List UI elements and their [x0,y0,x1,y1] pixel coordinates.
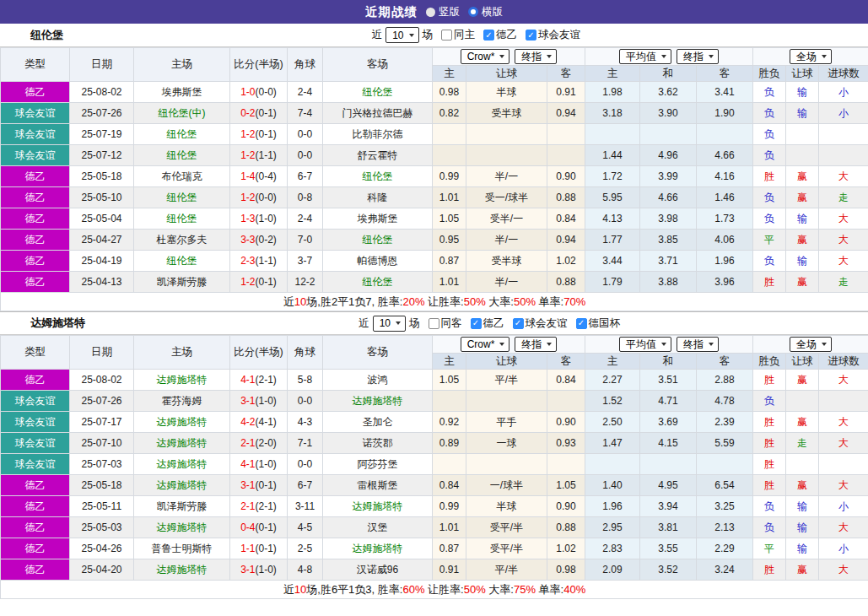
same-venue-checkbox-label: 同客 [441,316,462,331]
filter-games-label: 场 [409,316,420,331]
near-count-select-value: 10 [392,30,403,41]
checkbox-checked-icon[interactable] [526,30,536,41]
checkbox-checked-icon[interactable] [471,318,482,329]
result-goals: 大 [819,166,868,187]
summary-stat-label: 大率: [486,295,514,308]
crow-home-odds: 0.98 [433,82,466,103]
competition-filter-checkbox[interactable]: 球会友谊 [508,316,568,331]
matches-body: 德乙25-08-02埃弗斯堡1-0(0-0)2-4纽伦堡0.98半球0.911.… [1,82,868,293]
avg-away-odds: 2.13 [697,517,753,538]
checkbox-checked-icon[interactable] [576,318,587,329]
match-row: 德乙25-04-19纽伦堡2-3(1-1)3-7帕德博恩0.87受半球1.023… [1,251,868,272]
checkbox-checked-icon[interactable] [483,30,494,41]
fulltime-score: 1-2 [240,128,255,140]
team-name: 达姆施塔特 [30,316,85,331]
match-row: 德乙25-05-03达姆施塔特0-4(0-1)4-5汉堡1.01受平/半0.88… [1,517,868,538]
handicap-line [466,124,547,145]
sub-col: 胜负 [753,354,786,370]
halftime-score: (1-1) [256,255,277,267]
result-goals: 大 [819,559,868,581]
corners-cell: 3-11 [288,496,323,517]
checkbox-checked-icon[interactable] [513,318,524,329]
competition-filter-checkbox[interactable]: 球会友谊 [520,28,580,42]
corners-cell: 0-0 [288,124,323,145]
halftime-score: (4-1) [256,416,277,428]
average-select-cell: 平均值终指 [585,48,753,66]
result-wdl: 负 [753,391,786,412]
odds-stage-select[interactable]: 终指 [515,337,557,352]
result-handicap: 赢 [786,272,819,293]
col-home: 主场 [134,48,230,82]
home-team: 达姆施塔特 [134,412,230,433]
match-date: 25-07-26 [70,391,134,412]
result-handicap: 赢 [786,230,819,251]
fullmatch-select-value: 全场 [796,338,817,352]
odds-stage-select-2[interactable]: 终指 [677,49,719,64]
same-venue-checkbox-label: 同主 [454,28,475,42]
matches-table: 类型 日期 主场 比分(半场) 角球 客场 Crow*终指 平均值终指 全场 [0,47,868,311]
fullmatch-select[interactable]: 全场 [790,337,832,352]
result-goals [819,391,868,412]
halftime-score: (2-1) [256,500,277,512]
odds-stage-select[interactable]: 终指 [515,49,557,64]
col-home: 主场 [134,336,230,370]
average-select[interactable]: 平均值 [619,49,671,64]
handicap-line: 受半球 [466,251,547,272]
crow-away-odds: 1.02 [547,538,585,559]
checkbox-unchecked-icon[interactable] [441,30,452,41]
layout-radio-horizontal[interactable]: 横版 [468,5,503,19]
avg-draw-odds: 3.51 [640,370,697,391]
summary-stat-label: 场,胜6平1负3, 胜率: [306,583,402,596]
halftime-score: (1-0) [256,213,277,224]
radio-icon[interactable] [468,7,478,17]
halftime-score: (0-4) [256,170,277,182]
competition-filter-checkbox[interactable]: 德国杯 [571,316,621,331]
radio-icon[interactable] [426,8,435,17]
avg-draw-odds: 4.71 [640,391,697,412]
bookmaker-select[interactable]: Crow* [461,49,510,64]
avg-draw-odds: 3.99 [640,166,697,187]
crow-home-odds [433,145,466,166]
score-cell: 3-1(0-1) [230,475,288,496]
checkbox-unchecked-icon[interactable] [429,318,439,329]
score-cell: 1-2(0-1) [230,124,288,145]
layout-radio-vertical[interactable]: 竖版 [426,5,460,19]
fulltime-score: 1-0 [240,86,255,98]
score-cell: 2-1(2-1) [230,496,288,517]
near-count-select[interactable]: 10 [385,27,418,43]
competition-filter-checkbox-label: 球会友谊 [538,28,580,42]
result-handicap: 输 [786,538,819,559]
avg-home-odds: 1.79 [585,272,640,293]
fulltime-score: 4-1 [240,374,255,386]
col-date: 日期 [70,48,134,82]
corners-cell: 7-0 [288,230,323,251]
halftime-score: (1-0) [256,458,277,470]
avg-away-odds: 6.54 [697,475,753,496]
competition-filter-checkbox[interactable]: 德乙 [466,316,504,331]
fullmatch-select[interactable]: 全场 [790,49,832,64]
near-count-select[interactable]: 10 [373,316,406,332]
result-wdl: 负 [753,103,786,124]
competition-filter-checkbox[interactable]: 德乙 [478,28,517,42]
score-cell: 4-2(4-1) [230,412,288,433]
col-corner: 角球 [288,336,323,370]
chevron-down-icon [822,55,827,58]
same-venue-checkbox[interactable]: 同主 [436,28,475,42]
result-wdl: 胜 [753,475,786,496]
avg-away-odds: 4.78 [697,391,753,412]
summary-stat-value: 70% [563,295,585,308]
crow-home-odds [433,124,466,145]
result-wdl: 胜 [753,166,786,187]
summary-stat-value: 10 [294,295,306,308]
same-venue-checkbox[interactable]: 同客 [423,316,462,331]
result-handicap: 输 [786,208,819,230]
sub-col: 客 [547,66,585,82]
home-team: 普鲁士明斯特 [134,538,230,559]
bookmaker-select[interactable]: Crow* [461,337,510,352]
average-select[interactable]: 平均值 [619,337,671,352]
home-team: 杜塞尔多夫 [134,230,230,251]
match-type-badge: 德乙 [1,496,70,517]
odds-stage-select-2[interactable]: 终指 [677,337,719,352]
crow-home-odds: 0.95 [433,230,466,251]
match-date: 25-05-11 [70,496,134,517]
